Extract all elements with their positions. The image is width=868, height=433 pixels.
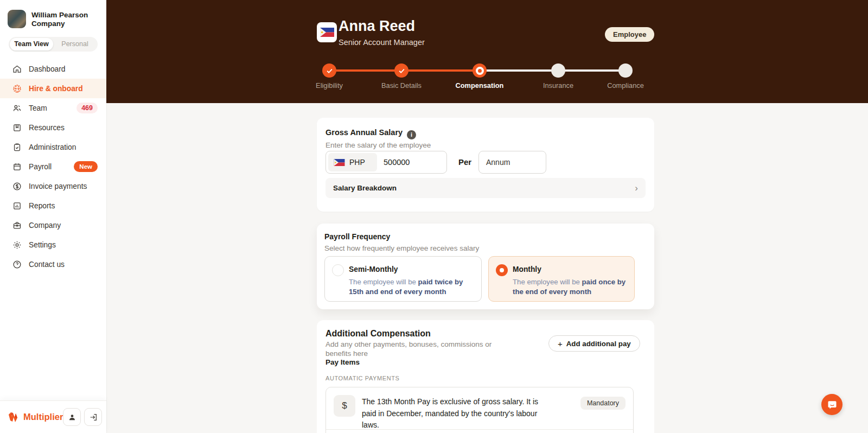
sidebar-item-team[interactable]: Team 469 <box>0 98 106 118</box>
globe-icon <box>12 84 22 93</box>
stepper-connector <box>401 69 480 72</box>
currency-selector[interactable]: PHP <box>328 153 377 171</box>
home-icon <box>12 64 22 74</box>
salary-amount-input[interactable] <box>379 158 439 167</box>
step-label-basic-details: Basic Details <box>363 81 439 90</box>
team-icon <box>12 103 22 113</box>
multiplier-logo-icon <box>8 411 21 423</box>
option-description: The employee will be paid twice by 15th … <box>349 277 471 296</box>
gross-salary-card: Gross Annual Salaryi Enter the salary of… <box>317 118 654 212</box>
view-toggle: Team View Personal <box>9 37 98 52</box>
chat-bubble-icon <box>827 399 838 410</box>
sidebar-item-reports[interactable]: Reports <box>0 196 106 215</box>
step-label-compliance: Compliance <box>588 81 663 90</box>
step-insurance-dot[interactable] <box>551 63 565 78</box>
employee-role: Senior Account Manager <box>339 38 425 47</box>
sidebar-item-dashboard[interactable]: Dashboard <box>0 59 106 79</box>
payroll-frequency-subtitle: Select how frequently employee receives … <box>324 244 479 252</box>
sidebar-item-contact-us[interactable]: Contact us <box>0 254 106 274</box>
check-icon <box>326 67 333 74</box>
sidebar-item-hire-onboard[interactable]: Hire & onboard <box>0 79 106 98</box>
company-switcher[interactable]: William Pearson Company <box>0 0 106 34</box>
pay-item-text: The 13th Month Pay is exclusive of gross… <box>362 396 550 431</box>
option-description: The employee will be paid once by the en… <box>513 277 626 296</box>
briefcase-icon <box>12 220 22 230</box>
dollar-icon: $ <box>334 395 355 417</box>
profile-button[interactable] <box>63 408 81 426</box>
main-content: Gross Annual Salaryi Enter the salary of… <box>106 103 868 433</box>
sidebar-item-resources[interactable]: Resources <box>0 118 106 137</box>
sidebar-item-administration[interactable]: Administration <box>0 137 106 157</box>
pay-items-label: Pay Items <box>326 358 360 366</box>
team-count-badge: 469 <box>76 103 98 113</box>
stepper-connector <box>558 69 626 72</box>
option-semi-monthly[interactable]: Semi-Monthly The employee will be paid t… <box>324 256 482 302</box>
option-title: Monthly <box>513 265 541 273</box>
info-icon[interactable]: i <box>407 130 416 139</box>
sidebar-item-label: Payroll <box>29 163 52 171</box>
salary-breakdown-label: Salary Breakdown <box>333 184 397 192</box>
sidebar: William Pearson Company Team View Person… <box>0 0 106 433</box>
sidebar-menu: Dashboard Hire & onboard Team 469 Resour… <box>0 59 106 274</box>
toggle-personal[interactable]: Personal <box>53 38 97 50</box>
plus-icon: + <box>558 339 563 348</box>
add-additional-pay-button[interactable]: + Add additional pay <box>548 335 640 352</box>
brand-name: Multiplier <box>23 412 63 422</box>
sidebar-item-invoice-payments[interactable]: Invoice payments <box>0 176 106 196</box>
gear-icon <box>12 240 22 250</box>
sidebar-item-label: Company <box>29 221 61 230</box>
sidebar-item-label: Settings <box>29 241 56 249</box>
sidebar-item-label: Reports <box>29 202 55 210</box>
step-basic-details-dot[interactable] <box>394 63 409 78</box>
radio-unselected[interactable] <box>332 264 344 276</box>
resources-icon <box>12 123 22 132</box>
logout-button[interactable] <box>84 408 102 426</box>
step-label-eligibility: Eligibility <box>291 81 367 90</box>
payroll-frequency-title: Payroll Frequency <box>324 232 390 241</box>
step-label-compensation: Compensation <box>442 81 518 90</box>
sidebar-footer: Multiplier <box>0 400 106 433</box>
sidebar-item-label: Team <box>29 104 47 112</box>
payroll-frequency-card: Payroll Frequency Select how frequently … <box>317 224 654 309</box>
additional-compensation-title: Additional Compensation <box>326 329 431 339</box>
salary-input-group: PHP <box>326 151 447 174</box>
gross-salary-title: Gross Annual Salary <box>326 128 403 137</box>
chat-button[interactable] <box>821 394 843 415</box>
option-monthly[interactable]: Monthly The employee will be paid once b… <box>488 256 635 302</box>
logout-icon <box>89 413 98 422</box>
philippines-flag-icon <box>334 159 345 166</box>
stepper-connector <box>480 69 558 72</box>
currency-code: PHP <box>349 158 365 167</box>
sidebar-item-payroll[interactable]: Payroll New <box>0 157 106 176</box>
company-avatar <box>8 10 26 28</box>
payroll-new-badge: New <box>74 161 98 172</box>
step-compliance-dot[interactable] <box>618 63 633 78</box>
radio-selected[interactable] <box>496 264 508 276</box>
sidebar-item-label: Invoice payments <box>29 182 87 190</box>
pay-item-card: $ The 13th Month Pay is exclusive of gro… <box>326 387 634 433</box>
help-circle-icon <box>12 259 22 269</box>
sidebar-item-label: Hire & onboard <box>29 85 83 93</box>
sidebar-item-label: Contact us <box>29 260 65 269</box>
step-compensation-dot[interactable] <box>473 63 487 78</box>
step-eligibility-dot[interactable] <box>322 63 336 78</box>
chevron-right-icon: › <box>635 183 638 194</box>
additional-compensation-section: Additional Compensation Add any other pa… <box>317 320 654 433</box>
divider <box>326 429 633 430</box>
salary-breakdown-row[interactable]: Salary Breakdown › <box>326 178 646 198</box>
sidebar-item-settings[interactable]: Settings <box>0 235 106 254</box>
sidebar-item-label: Dashboard <box>29 65 66 73</box>
company-name: William Pearson Company <box>31 10 99 28</box>
calendar-icon <box>12 162 22 171</box>
toggle-team-view[interactable]: Team View <box>10 38 53 50</box>
sidebar-item-label: Resources <box>29 124 65 132</box>
check-icon <box>398 67 405 74</box>
sidebar-item-company[interactable]: Company <box>0 215 106 235</box>
period-select[interactable]: Annum <box>478 151 546 174</box>
additional-compensation-subtitle: Add any other payments, bonuses, commiss… <box>326 340 505 358</box>
stepper-connector <box>329 69 401 72</box>
step-label-insurance: Insurance <box>520 81 596 90</box>
clipboard-check-icon <box>12 142 22 152</box>
automatic-payments-label: AUTOMATIC PAYMENTS <box>326 375 400 381</box>
add-additional-pay-label: Add additional pay <box>566 340 631 348</box>
